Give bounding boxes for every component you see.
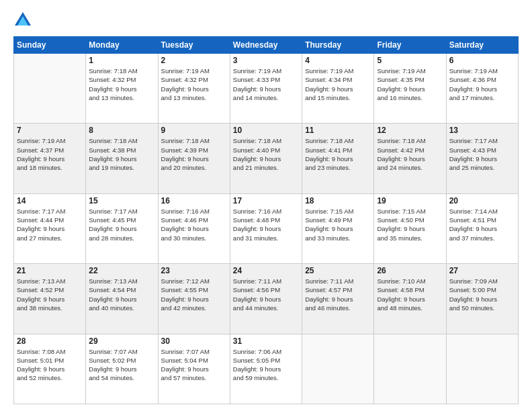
day-info: Sunrise: 7:19 AM Sunset: 4:32 PM Dayligh… — [161, 66, 227, 102]
day-number: 2 — [161, 56, 227, 65]
logo — [13, 11, 35, 30]
day-number: 18 — [305, 196, 371, 205]
day-cell: 6Sunrise: 7:19 AM Sunset: 4:36 PM Daylig… — [446, 54, 518, 124]
day-info: Sunrise: 7:14 AM Sunset: 4:51 PM Dayligh… — [449, 207, 515, 242]
week-row-2: 7Sunrise: 7:19 AM Sunset: 4:37 PM Daylig… — [14, 124, 519, 193]
day-number: 10 — [233, 126, 299, 135]
day-number: 23 — [161, 266, 227, 275]
day-info: Sunrise: 7:15 AM Sunset: 4:50 PM Dayligh… — [377, 207, 443, 242]
day-number: 5 — [377, 56, 443, 65]
day-number: 7 — [17, 126, 83, 135]
day-info: Sunrise: 7:16 AM Sunset: 4:48 PM Dayligh… — [233, 207, 299, 242]
day-cell: 18Sunrise: 7:15 AM Sunset: 4:49 PM Dayli… — [302, 193, 374, 263]
day-info: Sunrise: 7:13 AM Sunset: 4:54 PM Dayligh… — [89, 277, 154, 312]
day-cell: 31Sunrise: 7:06 AM Sunset: 5:05 PM Dayli… — [230, 334, 302, 404]
day-cell: 7Sunrise: 7:19 AM Sunset: 4:37 PM Daylig… — [14, 124, 86, 193]
col-header-thursday: Thursday — [302, 37, 374, 54]
day-cell: 19Sunrise: 7:15 AM Sunset: 4:50 PM Dayli… — [374, 193, 446, 263]
day-info: Sunrise: 7:19 AM Sunset: 4:33 PM Dayligh… — [233, 66, 299, 102]
day-info: Sunrise: 7:15 AM Sunset: 4:49 PM Dayligh… — [305, 207, 371, 242]
week-row-4: 21Sunrise: 7:13 AM Sunset: 4:52 PM Dayli… — [14, 264, 519, 334]
day-cell: 10Sunrise: 7:18 AM Sunset: 4:40 PM Dayli… — [230, 124, 302, 193]
day-cell: 17Sunrise: 7:16 AM Sunset: 4:48 PM Dayli… — [230, 193, 302, 263]
col-header-saturday: Saturday — [446, 37, 518, 54]
day-info: Sunrise: 7:19 AM Sunset: 4:35 PM Dayligh… — [377, 66, 443, 102]
day-info: Sunrise: 7:19 AM Sunset: 4:36 PM Dayligh… — [449, 66, 515, 102]
logo-icon — [13, 11, 32, 30]
day-number: 1 — [89, 56, 154, 65]
day-cell: 4Sunrise: 7:19 AM Sunset: 4:34 PM Daylig… — [302, 54, 374, 124]
day-info: Sunrise: 7:18 AM Sunset: 4:32 PM Dayligh… — [89, 66, 154, 102]
day-cell: 9Sunrise: 7:18 AM Sunset: 4:39 PM Daylig… — [158, 124, 230, 193]
day-number: 25 — [305, 266, 371, 275]
day-number: 13 — [449, 126, 515, 135]
day-cell: 5Sunrise: 7:19 AM Sunset: 4:35 PM Daylig… — [374, 54, 446, 124]
day-number: 16 — [161, 196, 227, 205]
day-number: 30 — [161, 336, 227, 346]
day-cell: 11Sunrise: 7:18 AM Sunset: 4:41 PM Dayli… — [302, 124, 374, 193]
day-number: 15 — [89, 196, 154, 205]
day-number: 14 — [17, 196, 83, 205]
day-info: Sunrise: 7:18 AM Sunset: 4:42 PM Dayligh… — [377, 136, 443, 172]
day-info: Sunrise: 7:13 AM Sunset: 4:52 PM Dayligh… — [17, 277, 83, 312]
day-number: 22 — [89, 266, 154, 275]
day-cell: 26Sunrise: 7:10 AM Sunset: 4:58 PM Dayli… — [374, 264, 446, 334]
day-cell: 30Sunrise: 7:07 AM Sunset: 5:04 PM Dayli… — [158, 334, 230, 404]
day-cell — [374, 334, 446, 404]
day-number: 29 — [89, 336, 154, 346]
day-number: 9 — [161, 126, 227, 135]
day-cell: 12Sunrise: 7:18 AM Sunset: 4:42 PM Dayli… — [374, 124, 446, 193]
day-info: Sunrise: 7:18 AM Sunset: 4:39 PM Dayligh… — [161, 136, 227, 172]
day-number: 31 — [233, 336, 299, 346]
col-header-tuesday: Tuesday — [158, 37, 230, 54]
day-number: 8 — [89, 126, 154, 135]
col-header-friday: Friday — [374, 37, 446, 54]
day-cell: 24Sunrise: 7:11 AM Sunset: 4:56 PM Dayli… — [230, 264, 302, 334]
week-row-5: 28Sunrise: 7:08 AM Sunset: 5:01 PM Dayli… — [14, 334, 519, 404]
day-number: 27 — [449, 266, 515, 275]
day-cell: 3Sunrise: 7:19 AM Sunset: 4:33 PM Daylig… — [230, 54, 302, 124]
day-number: 12 — [377, 126, 443, 135]
day-number: 17 — [233, 196, 299, 205]
day-cell: 8Sunrise: 7:18 AM Sunset: 4:38 PM Daylig… — [86, 124, 158, 193]
day-cell: 22Sunrise: 7:13 AM Sunset: 4:54 PM Dayli… — [86, 264, 158, 334]
col-header-wednesday: Wednesday — [230, 37, 302, 54]
day-cell: 20Sunrise: 7:14 AM Sunset: 4:51 PM Dayli… — [446, 193, 518, 263]
day-number: 19 — [377, 196, 443, 205]
day-cell: 2Sunrise: 7:19 AM Sunset: 4:32 PM Daylig… — [158, 54, 230, 124]
header — [13, 11, 519, 30]
day-info: Sunrise: 7:18 AM Sunset: 4:40 PM Dayligh… — [233, 136, 299, 172]
day-number: 24 — [233, 266, 299, 275]
day-info: Sunrise: 7:16 AM Sunset: 4:46 PM Dayligh… — [161, 207, 227, 242]
day-info: Sunrise: 7:10 AM Sunset: 4:58 PM Dayligh… — [377, 277, 443, 312]
col-header-monday: Monday — [86, 37, 158, 54]
day-info: Sunrise: 7:18 AM Sunset: 4:38 PM Dayligh… — [89, 136, 154, 172]
calendar-table: SundayMondayTuesdayWednesdayThursdayFrid… — [13, 36, 519, 404]
day-info: Sunrise: 7:07 AM Sunset: 5:02 PM Dayligh… — [89, 347, 154, 383]
day-cell: 16Sunrise: 7:16 AM Sunset: 4:46 PM Dayli… — [158, 193, 230, 263]
day-info: Sunrise: 7:11 AM Sunset: 4:57 PM Dayligh… — [305, 277, 371, 312]
day-info: Sunrise: 7:19 AM Sunset: 4:34 PM Dayligh… — [305, 66, 371, 102]
day-number: 11 — [305, 126, 371, 135]
day-number: 20 — [449, 196, 515, 205]
day-cell: 14Sunrise: 7:17 AM Sunset: 4:44 PM Dayli… — [14, 193, 86, 263]
day-info: Sunrise: 7:09 AM Sunset: 5:00 PM Dayligh… — [449, 277, 515, 312]
day-info: Sunrise: 7:17 AM Sunset: 4:44 PM Dayligh… — [17, 207, 83, 242]
day-cell: 15Sunrise: 7:17 AM Sunset: 4:45 PM Dayli… — [86, 193, 158, 263]
day-info: Sunrise: 7:17 AM Sunset: 4:45 PM Dayligh… — [89, 207, 154, 242]
day-cell: 1Sunrise: 7:18 AM Sunset: 4:32 PM Daylig… — [86, 54, 158, 124]
day-cell — [446, 334, 518, 404]
day-number: 21 — [17, 266, 83, 275]
day-info: Sunrise: 7:19 AM Sunset: 4:37 PM Dayligh… — [17, 136, 83, 172]
day-info: Sunrise: 7:17 AM Sunset: 4:43 PM Dayligh… — [449, 136, 515, 172]
day-number: 6 — [449, 56, 515, 65]
day-info: Sunrise: 7:07 AM Sunset: 5:04 PM Dayligh… — [161, 347, 227, 383]
page: SundayMondayTuesdayWednesdayThursdayFrid… — [0, 0, 532, 411]
day-cell: 21Sunrise: 7:13 AM Sunset: 4:52 PM Dayli… — [14, 264, 86, 334]
day-cell: 28Sunrise: 7:08 AM Sunset: 5:01 PM Dayli… — [14, 334, 86, 404]
day-number: 4 — [305, 56, 371, 65]
day-info: Sunrise: 7:08 AM Sunset: 5:01 PM Dayligh… — [17, 347, 83, 383]
day-cell: 13Sunrise: 7:17 AM Sunset: 4:43 PM Dayli… — [446, 124, 518, 193]
day-cell — [14, 54, 86, 124]
day-cell — [302, 334, 374, 404]
